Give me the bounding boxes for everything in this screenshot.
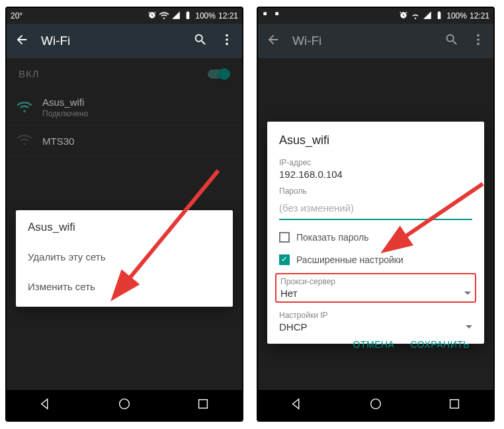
phone-left: 20° 100% 12:21 Wi-Fi ВКЛ Asus_wifi Подкл… (5, 7, 243, 422)
svg-point-0 (226, 34, 228, 37)
search-icon[interactable] (193, 32, 208, 50)
svg-rect-13 (450, 400, 458, 409)
status-bar: 20° 100% 12:21 (7, 8, 242, 24)
checkbox-icon[interactable] (279, 232, 290, 243)
alarm-icon (399, 11, 408, 22)
svg-rect-7 (275, 12, 278, 15)
chevron-down-icon (466, 321, 472, 332)
ip-settings-value: DHCP (279, 321, 308, 332)
show-password-row[interactable]: Показать пароль (279, 232, 472, 243)
svg-rect-6 (263, 12, 267, 15)
nav-bar (258, 390, 493, 420)
advanced-row[interactable]: Расширенные настройки (279, 254, 472, 265)
back-icon[interactable] (266, 32, 280, 50)
proxy-value: Нет (280, 288, 298, 299)
wifi-icon (411, 11, 420, 22)
app-bar: Wi-Fi (258, 24, 493, 58)
network-context-menu: Asus_wifi Удалить эту сеть Изменить сеть (16, 210, 233, 307)
modify-network-item[interactable]: Изменить сеть (16, 272, 233, 301)
alarm-icon (147, 11, 157, 22)
proxy-select[interactable]: Прокси-сервер Нет (275, 273, 476, 303)
ip-settings-label: Настройки IP (279, 311, 472, 320)
forget-network-item[interactable]: Удалить эту сеть (16, 242, 233, 272)
svg-point-8 (477, 34, 480, 37)
password-input[interactable]: (без изменений) (279, 198, 472, 220)
save-button[interactable]: СОХРАНИТЬ (410, 339, 470, 350)
wifi-list: ВКЛ Asus_wifi Подключено MTS30 Asus_wifi… (7, 58, 242, 390)
svg-point-2 (226, 43, 228, 46)
svg-point-10 (477, 43, 480, 46)
status-bar: 100% 12:21 (258, 8, 493, 24)
checkbox-checked-icon[interactable] (279, 254, 290, 265)
screenshot-icon (262, 11, 271, 22)
svg-point-1 (226, 38, 228, 41)
wifi-icon (159, 11, 169, 22)
dialog-actions: ОТМЕНА СОХРАНИТЬ (279, 332, 472, 355)
edit-network-dialog: Asus_wifi IP-адрес 192.168.0.104 Пароль … (267, 122, 484, 344)
signal-icon (171, 11, 181, 22)
svg-point-9 (477, 38, 480, 41)
page-title: Wi-Fi (292, 34, 433, 48)
content-area: Asus_wifi IP-адрес 192.168.0.104 Пароль … (258, 58, 493, 390)
page-title: Wi-Fi (41, 34, 181, 48)
nav-bar (7, 390, 242, 420)
show-password-label: Показать пароль (296, 232, 369, 243)
app-bar: Wi-Fi (7, 24, 242, 58)
clock: 12:21 (218, 11, 238, 20)
ip-value: 192.168.0.104 (279, 169, 472, 180)
overflow-icon[interactable] (220, 32, 234, 50)
overflow-icon[interactable] (471, 32, 485, 50)
svg-point-4 (120, 399, 130, 409)
battery-icon (183, 11, 192, 22)
cancel-button[interactable]: ОТМЕНА (353, 339, 395, 350)
ip-settings-select[interactable]: Настройки IP DHCP (279, 311, 472, 332)
signal-icon (423, 11, 432, 22)
back-icon[interactable] (15, 32, 29, 50)
phone-right: 100% 12:21 Wi-Fi Asus_wifi IP-адрес 192.… (257, 7, 495, 422)
nav-home-icon[interactable] (117, 397, 132, 414)
nav-back-icon[interactable] (290, 397, 304, 414)
clock: 12:21 (470, 11, 489, 20)
dialog-title: Asus_wifi (279, 134, 472, 147)
battery-icon (435, 11, 444, 22)
search-icon[interactable] (444, 32, 459, 50)
chevron-down-icon (464, 288, 471, 299)
svg-rect-5 (198, 400, 207, 409)
proxy-label: Прокси-сервер (280, 277, 471, 286)
nav-recent-icon[interactable] (447, 397, 462, 414)
advanced-label: Расширенные настройки (296, 254, 403, 265)
battery-percent: 100% (446, 11, 467, 20)
nav-home-icon[interactable] (368, 397, 383, 414)
screenshot-icon (274, 11, 283, 22)
nav-back-icon[interactable] (38, 397, 53, 414)
nav-recent-icon[interactable] (196, 397, 210, 414)
password-label: Пароль (279, 186, 472, 196)
svg-point-12 (371, 399, 381, 409)
context-menu-title: Asus_wifi (16, 221, 233, 242)
temperature: 20° (11, 11, 22, 20)
battery-percent: 100% (195, 11, 216, 20)
ip-label: IP-адрес (279, 158, 472, 167)
